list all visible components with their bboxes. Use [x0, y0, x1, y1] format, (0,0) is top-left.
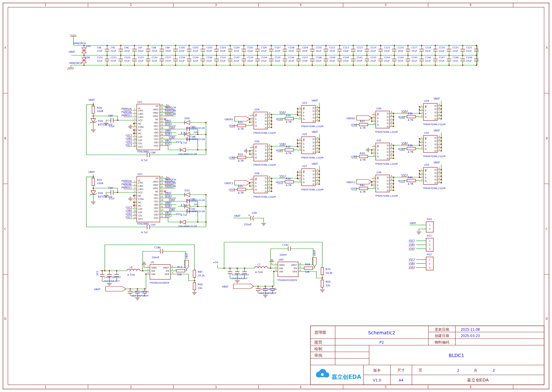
capacitor-C99[interactable]: C9922uF	[165, 45, 178, 56]
capacitor-C117[interactable]: C11722uF	[412, 45, 424, 56]
capacitor-C123[interactable]: C12322uF	[111, 55, 123, 66]
capacitor-C108[interactable]: C10822uF	[288, 45, 301, 56]
pin-number: 5	[391, 188, 392, 190]
capacitor-C149[interactable]: C14922uF	[466, 55, 479, 66]
capacitor-C103[interactable]: C10322uF	[220, 45, 233, 56]
body	[193, 283, 196, 290]
connector-H12[interactable]: H121VSC22VSB23VSA2	[409, 253, 433, 270]
ref-label: C113	[357, 46, 363, 49]
title-block[interactable]: 原理图Schematic2更新日期2025-11-08创建日期2025-03-2…	[310, 326, 544, 385]
value-label: 22uF	[370, 60, 376, 62]
pin-name: HIN2	[153, 184, 159, 186]
capacitor-C143[interactable]: C14322uF	[384, 55, 397, 66]
pin-number: 6	[300, 262, 301, 265]
capacitor-C111[interactable]: C11122uF	[330, 45, 342, 56]
capacitor-C106[interactable]: C10622uF	[261, 45, 274, 56]
half-bridge-U26-U25[interactable]: U26TPN2R703NL,L1Q(M1S2S3S4G9D8D7D6D5DU25…	[229, 130, 323, 166]
ref-label: C110	[316, 46, 322, 49]
capacitor-C137[interactable]: C13722uF	[302, 55, 315, 66]
capacitor-C130[interactable]: C13022uF	[206, 55, 219, 66]
capacitor-C147[interactable]: C14722uF	[439, 55, 451, 66]
tvs-U36[interactable]: SMAJ18CAU36	[69, 55, 90, 66]
pin-name: D	[387, 119, 389, 122]
capacitor-C125[interactable]: C12522uF	[138, 55, 151, 66]
capacitor-C129[interactable]: C12922uF	[193, 55, 205, 66]
half-bridge-U24-U23[interactable]: U24TPN2R703NL,L1Q(M1S2S3S4G9D8D7D6D5DU23…	[224, 99, 323, 134]
buck-converter-U43[interactable]: U43TPS565201DDCR1GND2SW3VIN6VBST5EN4VFBL…	[213, 242, 333, 297]
capacitor-C120[interactable]: C12022uF	[452, 45, 465, 56]
capacitor-C116[interactable]: C11622uF	[398, 45, 410, 56]
pin-name: D	[313, 180, 314, 182]
capacitor-C113[interactable]: C11322uF	[357, 45, 369, 56]
gate-driver-U21[interactable]: VBATR28100RD26BZT52C16SC8622ufU21FD6288Q…	[86, 98, 207, 162]
ref-label: R68	[305, 263, 310, 266]
capacitor-C102[interactable]: C10222uF	[206, 45, 219, 56]
pin-name: S	[255, 150, 257, 153]
capacitor-C109[interactable]: C10922uF	[302, 45, 315, 56]
capacitor-C100[interactable]: C10022uF	[179, 45, 191, 56]
capacitor-C95[interactable]: C9522uF	[111, 45, 123, 56]
capacitor-C127[interactable]: C12722uF	[165, 55, 178, 66]
half-bridge-U34-U33[interactable]: U34TPN2R703NL,L1Q(M1S2S3S4G9D8D7D6D5DU33…	[346, 161, 446, 197]
capacitor-C104[interactable]: C10422uF	[234, 45, 246, 56]
gate-driver-U22[interactable]: VBATR29100RD30BZT52C16SC9022ufU22FD6288Q…	[86, 171, 207, 234]
ref-label: C120	[452, 46, 458, 49]
pin-number: 2	[147, 268, 149, 270]
half-bridge-U30-U29[interactable]: U30TPN2R703NL,L1Q(M1S2S3S4G9D8D7D6D5DU29…	[346, 97, 445, 133]
capacitor-C110[interactable]: C11022uF	[316, 45, 328, 56]
buck-converter-U5[interactable]: U5TPS565201DDCR1GND2SW3VIN6VBST5EN4VFBL6…	[94, 245, 205, 300]
ref-label: R41	[360, 184, 365, 187]
capacitor-C112[interactable]: C11222uF	[343, 45, 356, 56]
tvs-U35[interactable]: SMAJ18CAU35	[73, 42, 91, 56]
half-bridge-U28-U27[interactable]: U28TPN2R703NL,L1Q(M1S2S3S4G9D8D7D6D5DU27…	[224, 162, 324, 198]
capacitor-C140[interactable]: C14022uF	[343, 55, 356, 66]
body	[426, 222, 433, 232]
value-label: 22uF	[439, 50, 445, 52]
capacitor-C119[interactable]: C11922uF	[439, 45, 451, 56]
ref-label: R33	[238, 153, 243, 156]
pin-number: 21	[160, 189, 163, 191]
capacitor-C96[interactable]: C9622uF	[124, 45, 137, 56]
capacitor-C107[interactable]: C10722uF	[275, 45, 287, 56]
frame-col-5: 5	[385, 3, 387, 7]
capacitor-C115[interactable]: C11522uF	[384, 45, 397, 56]
capacitor-C97[interactable]: C9722uF	[138, 45, 151, 56]
connector-H11[interactable]: H111VSC12VSB13VSA1	[409, 234, 433, 251]
capacitor-C138[interactable]: C13822uF	[316, 55, 328, 66]
capacitor-C126[interactable]: C12622uF	[152, 55, 164, 66]
capacitor-C118[interactable]: C11822uF	[425, 45, 438, 56]
capacitor-C132[interactable]: C13222uF	[234, 55, 246, 66]
value-label: 4.7uf	[141, 159, 148, 162]
wire	[272, 262, 274, 265]
capacitor-C94[interactable]: C9422uF	[97, 45, 109, 56]
capacitor-C142[interactable]: C14222uF	[370, 55, 383, 66]
capacitor-C98[interactable]: C9822uF	[152, 45, 164, 56]
capacitor-C136[interactable]: C13622uF	[288, 55, 301, 66]
capacitor-C146[interactable]: C14622uF	[425, 55, 438, 66]
capacitor-C114[interactable]: C11422uF	[370, 45, 383, 56]
junction-dot	[441, 182, 442, 183]
half-bridge-U32-U31[interactable]: U32TPN2R703NL,L1Q(M1S2S3S4G9D8D7D6D5DU31…	[351, 129, 445, 165]
capacitor-C101[interactable]: C10122uF	[193, 45, 205, 56]
capacitor-C105[interactable]: C10522uF	[247, 45, 260, 56]
capacitor-C141[interactable]: C14122uF	[357, 55, 369, 66]
pin-number: 13	[160, 215, 163, 217]
capacitor-C145[interactable]: C14522uF	[412, 55, 424, 66]
connector-H10[interactable]: H101VBAT2	[410, 218, 433, 234]
capacitor-C128[interactable]: C12822uF	[179, 55, 191, 66]
pin-name: D	[387, 186, 389, 189]
capacitor-C144[interactable]: C14422uF	[398, 55, 410, 66]
capacitor-C131[interactable]: C13122uF	[220, 55, 233, 66]
capacitor-C124[interactable]: C12422uF	[124, 55, 137, 66]
junction-dot	[441, 172, 442, 174]
pin-number: 2	[421, 140, 422, 142]
capacitor-C134[interactable]: C13422uF	[261, 55, 274, 66]
schematic-canvas[interactable]: 112233445566AABBCCDDSMAJ18CAU35SMAJ18CAU…	[0, 0, 552, 392]
capacitor-C135[interactable]: C13522uF	[275, 55, 287, 66]
capacitor-C133[interactable]: C13322uF	[247, 55, 260, 66]
capacitor-U39[interactable]: VBAT+U39220uF	[233, 211, 266, 226]
capacitor-C148[interactable]: C14822uF	[452, 55, 465, 66]
capacitor-C122[interactable]: C12222uF	[97, 55, 109, 66]
capacitor-C139[interactable]: C13922uF	[330, 55, 342, 66]
capacitor-C121[interactable]: C12122uF	[466, 45, 479, 56]
